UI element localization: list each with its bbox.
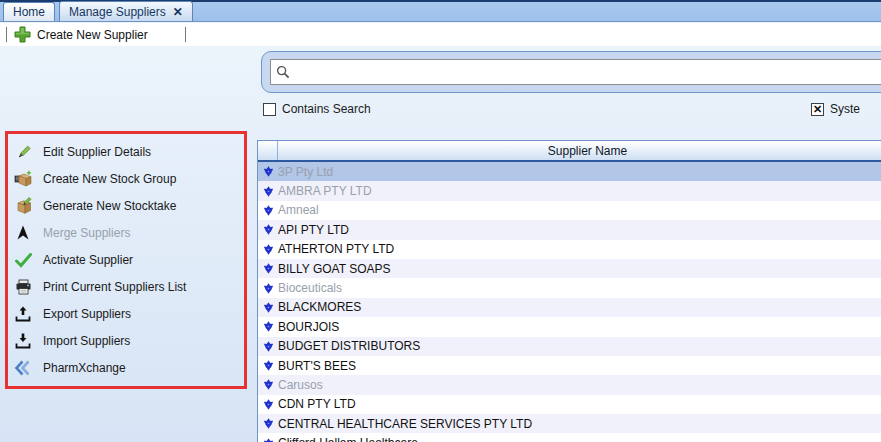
checkbox-checked[interactable]: ✕ xyxy=(811,103,824,116)
supplier-name: Bioceuticals xyxy=(278,281,342,295)
supplier-name: Carusos xyxy=(278,378,323,392)
chevrons-icon xyxy=(14,359,32,377)
app-window: Home Manage Suppliers ✕ Create New Suppl… xyxy=(0,0,881,442)
supplier-name: BOURJOIS xyxy=(278,320,339,334)
table-row[interactable]: API PTY LTD xyxy=(258,220,881,239)
table-row[interactable]: CENTRAL HEALTHCARE SERVICES PTY LTD xyxy=(258,414,881,433)
menu-item-create-new-stock-group[interactable]: Create New Stock Group xyxy=(14,169,238,189)
supplier-name: Amneal xyxy=(278,203,319,217)
table-row[interactable]: BLACKMORES xyxy=(258,298,881,317)
table-row[interactable]: ATHERTON PTY LTD xyxy=(258,240,881,259)
toolbar-separator xyxy=(6,27,7,42)
table-body: 3P Pty Ltd AMBRA PTY LTD Amneal API PTY … xyxy=(258,162,881,442)
supplier-name: CDN PTY LTD xyxy=(278,397,356,411)
menu-item-pharmxchange[interactable]: PharmXchange xyxy=(14,358,238,378)
table-row[interactable]: Bioceuticals xyxy=(258,278,881,297)
merge-icon xyxy=(14,224,32,242)
menu-item-merge-suppliers[interactable]: Merge Suppliers xyxy=(14,223,238,243)
import-icon xyxy=(14,332,32,350)
tab-manage-suppliers-label: Manage Suppliers xyxy=(69,5,166,19)
supplier-gear-icon xyxy=(258,224,278,235)
supplier-gear-icon xyxy=(258,438,278,442)
supplier-gear-icon xyxy=(258,302,278,313)
supplier-gear-icon xyxy=(258,186,278,197)
menu-item-activate-supplier[interactable]: Activate Supplier xyxy=(14,250,238,270)
table-row[interactable]: Carusos xyxy=(258,375,881,394)
pencil-icon xyxy=(14,143,32,161)
table-row[interactable]: AMBRA PTY LTD xyxy=(258,181,881,200)
tab-home-label: Home xyxy=(13,5,45,19)
supplier-actions-menu: Edit Supplier Details Create New Stock G… xyxy=(5,131,247,389)
supplier-name: 3P Pty Ltd xyxy=(278,165,333,179)
search-container xyxy=(261,51,881,93)
search-icon xyxy=(276,65,290,79)
contains-search-checkbox[interactable]: Contains Search xyxy=(263,102,371,116)
supplier-gear-icon xyxy=(258,321,278,332)
supplier-gear-icon xyxy=(258,166,278,177)
supplier-name: CENTRAL HEALTHCARE SERVICES PTY LTD xyxy=(278,417,532,431)
menu-item-edit-supplier-details[interactable]: Edit Supplier Details xyxy=(14,142,238,162)
content-panel: Contains Search ✕ Syste Supplier Name 3P… xyxy=(257,46,881,442)
table-row[interactable]: BOURJOIS xyxy=(258,317,881,336)
supplier-gear-icon xyxy=(258,379,278,390)
menu-item-export-suppliers[interactable]: Export Suppliers xyxy=(14,304,238,324)
check-icon xyxy=(14,251,32,269)
tab-home[interactable]: Home xyxy=(3,2,55,21)
icon-column-header xyxy=(258,141,278,160)
supplier-gear-icon xyxy=(258,205,278,216)
toolbar-separator xyxy=(185,27,186,42)
supplier-name: API PTY LTD xyxy=(278,223,349,237)
supplier-gear-icon xyxy=(258,418,278,429)
menu-item-import-suppliers[interactable]: Import Suppliers xyxy=(14,331,238,351)
table-row[interactable]: Amneal xyxy=(258,201,881,220)
table-row[interactable]: BILLY GOAT SOAPS xyxy=(258,259,881,278)
supplier-name: BURT'S BEES xyxy=(278,359,356,373)
table-row[interactable]: BUDGET DISTRIBUTORS xyxy=(258,337,881,356)
supplier-gear-icon xyxy=(258,263,278,274)
supplier-name: BUDGET DISTRIBUTORS xyxy=(278,339,420,353)
supplier-gear-icon xyxy=(258,283,278,294)
supplier-name: Clifford Hallam Healthcare xyxy=(278,436,418,442)
supplier-gear-icon xyxy=(258,341,278,352)
search-options-row: Contains Search ✕ Syste xyxy=(263,102,881,118)
export-icon xyxy=(14,305,32,323)
supplier-name: BILLY GOAT SOAPS xyxy=(278,262,391,276)
table-row[interactable]: 3P Pty Ltd xyxy=(258,162,881,181)
contains-search-label: Contains Search xyxy=(282,102,371,116)
toolbar: Create New Supplier xyxy=(0,23,881,46)
supplier-gear-icon xyxy=(258,360,278,371)
checkbox-unchecked[interactable] xyxy=(263,103,276,116)
table-row[interactable]: BURT'S BEES xyxy=(258,356,881,375)
supplier-name-column-header[interactable]: Supplier Name xyxy=(278,141,881,160)
add-icon xyxy=(14,26,31,43)
supplier-name: BLACKMORES xyxy=(278,300,361,314)
supplier-gear-icon xyxy=(258,399,278,410)
printer-icon xyxy=(14,278,32,296)
tab-manage-suppliers[interactable]: Manage Suppliers ✕ xyxy=(59,1,193,21)
system-suppliers-label: Syste xyxy=(830,102,860,116)
close-tab-icon[interactable]: ✕ xyxy=(173,6,183,18)
stocktake-icon xyxy=(14,197,32,215)
menu-item-generate-new-stocktake[interactable]: Generate New Stocktake xyxy=(14,196,238,216)
search-input[interactable] xyxy=(270,59,881,85)
supplier-gear-icon xyxy=(258,244,278,255)
tab-bar: Home Manage Suppliers ✕ xyxy=(0,0,881,22)
create-new-supplier-button[interactable]: Create New Supplier xyxy=(37,28,148,42)
table-row[interactable]: CDN PTY LTD xyxy=(258,395,881,414)
table-header-row: Supplier Name xyxy=(258,141,881,162)
suppliers-table: Supplier Name 3P Pty Ltd AMBRA PTY LTD A… xyxy=(257,140,881,442)
supplier-name: ATHERTON PTY LTD xyxy=(278,242,394,256)
main-area: Edit Supplier Details Create New Stock G… xyxy=(0,46,881,442)
stock-group-icon xyxy=(14,170,32,188)
table-row[interactable]: Clifford Hallam Healthcare xyxy=(258,433,881,442)
system-suppliers-checkbox[interactable]: ✕ Syste xyxy=(811,102,860,116)
supplier-name: AMBRA PTY LTD xyxy=(278,184,372,198)
menu-item-print-current-suppliers-list[interactable]: Print Current Suppliers List xyxy=(14,277,238,297)
